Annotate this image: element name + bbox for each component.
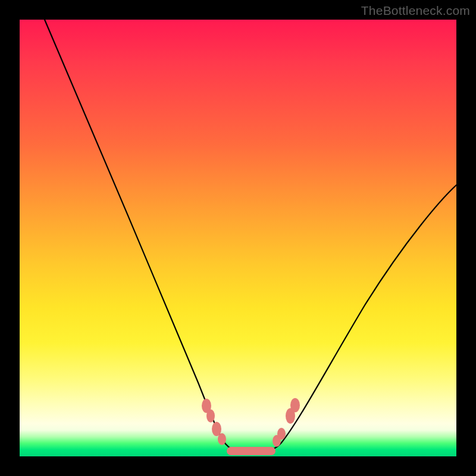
plateau-lozenge: [227, 447, 275, 455]
marker-dot: [206, 409, 215, 422]
curve-path: [45, 20, 456, 451]
plot-area: [20, 20, 456, 456]
chart-frame: TheBottleneck.com: [0, 0, 476, 476]
marker-dot: [277, 428, 286, 440]
marker-dot: [218, 433, 226, 445]
bottleneck-curve: [20, 20, 456, 456]
marker-dot: [290, 398, 300, 412]
watermark-text: TheBottleneck.com: [361, 4, 470, 18]
